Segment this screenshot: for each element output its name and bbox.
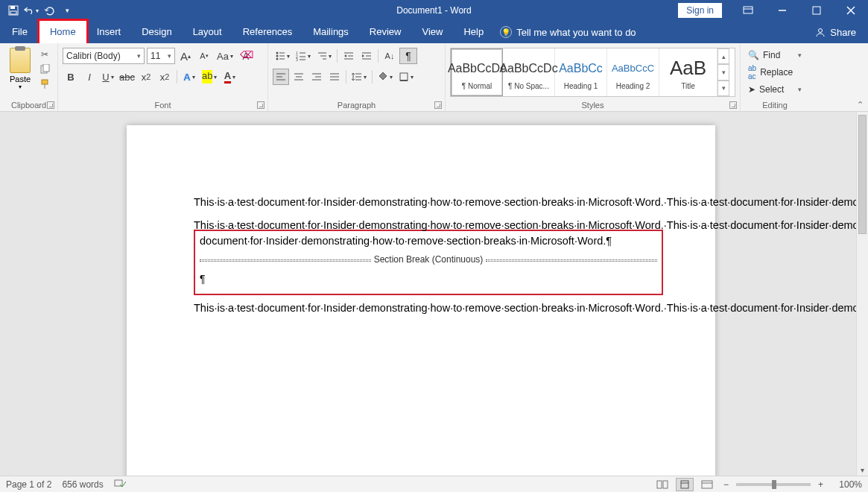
shrink-font-button[interactable]: A▾ — [196, 48, 212, 64]
borders-button[interactable]: ▾ — [396, 69, 416, 85]
tab-file[interactable]: File — [0, 21, 39, 43]
underline-button[interactable]: U▾ — [100, 69, 116, 85]
font-color-button[interactable]: A▾ — [221, 69, 238, 85]
read-mode-button[interactable] — [653, 478, 671, 491]
scroll-thumb[interactable] — [858, 115, 867, 234]
vertical-scrollbar[interactable]: ▴ ▾ — [856, 112, 868, 476]
group-label: Styles — [446, 101, 740, 110]
scroll-down-icon[interactable]: ▾ — [717, 64, 729, 80]
sort-button[interactable]: A↓ — [381, 48, 398, 64]
zoom-slider[interactable] — [736, 483, 811, 486]
styles-dialog-launcher[interactable] — [729, 101, 737, 109]
shading-button[interactable]: ▾ — [376, 69, 395, 85]
paragraph[interactable]: This·is·a·test·document·for·Insider·demo… — [194, 301, 663, 315]
zoom-in-button[interactable]: + — [815, 479, 826, 490]
tab-insert[interactable]: Insert — [86, 21, 132, 43]
tab-view[interactable]: View — [411, 21, 453, 43]
format-painter-button[interactable] — [37, 78, 52, 91]
align-left-button[interactable] — [273, 69, 289, 85]
save-icon[interactable] — [6, 3, 21, 18]
style-heading-2[interactable]: AaBbCcCHeading 2 — [607, 48, 659, 96]
align-center-button[interactable] — [291, 69, 307, 85]
line-spacing-button[interactable]: ▾ — [349, 69, 369, 85]
group-label: Font — [58, 101, 267, 110]
collapse-ribbon-button[interactable]: ⌃ — [857, 100, 864, 110]
qat-customize[interactable]: ▾ — [60, 3, 75, 18]
paragraph[interactable]: This·is·a·test·document·for·Insider·demo… — [194, 195, 663, 209]
style-heading-1[interactable]: AaBbCcHeading 1 — [555, 48, 607, 96]
decrease-indent-button[interactable] — [340, 48, 357, 64]
close-button[interactable] — [834, 0, 868, 21]
font-dialog-launcher[interactable] — [257, 101, 264, 109]
redo-button[interactable] — [42, 3, 57, 18]
share-button[interactable]: Share — [815, 27, 856, 38]
highlight-button[interactable]: ab▾ — [200, 69, 219, 85]
bold-button[interactable]: B — [63, 69, 79, 85]
paragraph[interactable]: This·is·a·test·document·for·Insider·demo… — [194, 218, 663, 233]
multilevel-list-button[interactable]: ▾ — [314, 48, 334, 64]
strikethrough-button[interactable]: abc — [118, 69, 136, 85]
grow-font-button[interactable]: A▴ — [177, 48, 194, 64]
justify-button[interactable] — [326, 69, 343, 85]
word-count[interactable]: 656 words — [62, 479, 103, 490]
cursor-icon: ➤ — [748, 84, 755, 95]
svg-rect-6 — [813, 7, 820, 14]
scroll-up-icon[interactable]: ▴ — [717, 48, 729, 64]
subscript-button[interactable]: x2 — [138, 69, 154, 85]
styles-scroll[interactable]: ▴▾▾ — [717, 48, 729, 96]
undo-button[interactable]: ▾ — [24, 3, 39, 18]
print-layout-button[interactable] — [676, 478, 694, 491]
styles-expand-icon[interactable]: ▾ — [717, 81, 729, 96]
change-case-button[interactable]: Aa▾ — [215, 48, 235, 64]
increase-indent-button[interactable] — [358, 48, 375, 64]
ribbon-display-options-icon[interactable] — [731, 0, 765, 21]
tell-me-search[interactable]: 💡 Tell me what you want to do — [500, 26, 636, 38]
tab-layout[interactable]: Layout — [183, 21, 232, 43]
font-name-combobox[interactable]: Calibri (Body)▾ — [63, 48, 145, 64]
minimize-button[interactable] — [765, 0, 799, 21]
zoom-out-button[interactable]: − — [720, 479, 732, 490]
cut-button[interactable]: ✂ — [37, 48, 52, 61]
clear-formatting-button[interactable]: A⌫ — [238, 48, 254, 64]
copy-button[interactable] — [37, 63, 52, 76]
scroll-down-button[interactable]: ▾ — [857, 464, 868, 476]
tab-references[interactable]: References — [232, 21, 302, 43]
bullets-button[interactable]: ▾ — [273, 48, 292, 64]
maximize-button[interactable] — [799, 0, 834, 21]
tab-review[interactable]: Review — [359, 21, 412, 43]
tab-home[interactable]: Home — [39, 21, 86, 43]
style-title[interactable]: AaBTitle — [659, 48, 717, 96]
clipboard-dialog-launcher[interactable] — [47, 101, 54, 109]
align-right-button[interactable] — [308, 69, 325, 85]
replace-button[interactable]: abacReplace — [745, 65, 805, 80]
zoom-level[interactable]: 100% — [831, 479, 862, 490]
sign-in-button[interactable]: Sign in — [678, 3, 722, 18]
page-indicator[interactable]: Page 1 of 2 — [6, 479, 51, 490]
font-size-combobox[interactable]: 11▾ — [147, 48, 175, 64]
select-button[interactable]: ➤Select▾ — [745, 82, 805, 97]
paragraph-dialog-launcher[interactable] — [434, 101, 442, 109]
tab-mailings[interactable]: Mailings — [302, 21, 359, 43]
section-break-marker[interactable]: Section Break (Continuous) — [200, 254, 657, 266]
svg-rect-53 — [657, 481, 662, 488]
find-button[interactable]: 🔍Find▾ — [745, 48, 805, 63]
superscript-button[interactable]: x2 — [156, 69, 173, 85]
style-normal[interactable]: AaBbCcDc¶ Normal — [451, 48, 503, 96]
spellcheck-icon[interactable] — [114, 478, 126, 491]
paragraph-line[interactable]: document·for·Insider·demonstrating·how·t… — [200, 234, 657, 248]
tab-design[interactable]: Design — [131, 21, 182, 43]
numbering-button[interactable]: 123▾ — [294, 48, 313, 64]
page[interactable]: This·is·a·test·document·for·Insider·demo… — [127, 125, 715, 476]
web-layout-button[interactable] — [698, 478, 716, 491]
show-hide-pilcrow-button[interactable]: ¶ — [399, 48, 417, 64]
italic-button[interactable]: I — [81, 69, 98, 85]
text-effects-button[interactable]: A▾ — [181, 69, 197, 85]
svg-rect-54 — [663, 481, 668, 488]
tab-help[interactable]: Help — [453, 21, 494, 43]
styles-gallery[interactable]: AaBbCcDc¶ Normal AaBbCcDc¶ No Spac... Aa… — [450, 48, 735, 97]
pilcrow-mark[interactable]: ¶ — [200, 272, 657, 286]
style-no-spacing[interactable]: AaBbCcDc¶ No Spac... — [503, 48, 555, 96]
group-label: Editing — [741, 101, 809, 110]
page-body[interactable]: This·is·a·test·document·for·Insider·demo… — [194, 195, 663, 324]
paste-button[interactable]: Paste ▾ — [4, 46, 36, 91]
